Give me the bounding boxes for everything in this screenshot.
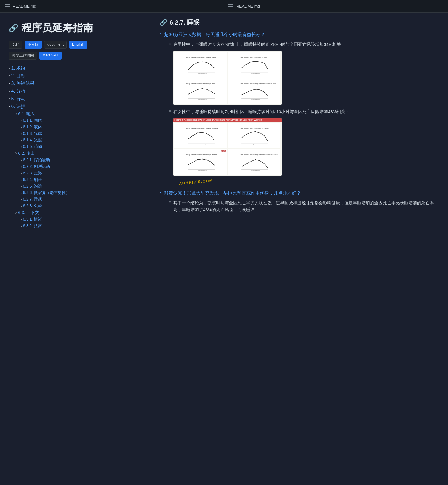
toc-link-6-2[interactable]: 6.2. 输出: [18, 151, 35, 156]
tag-jianshao[interactable]: 减少工作时间: [9, 52, 37, 60]
toc-link-6[interactable]: 6. 证据: [11, 104, 25, 109]
toc-link-6-1-1[interactable]: 6.1.1. 固体: [23, 118, 42, 123]
toc-link-6-2-6[interactable]: 6.2.6. 做家务（老年男性）: [23, 190, 70, 195]
svg-point-21: [188, 93, 189, 94]
toc-item-6-1-3: 6.1.3. 气体: [21, 131, 142, 136]
svg-point-64: [202, 158, 203, 159]
svg-point-4: [202, 61, 203, 62]
svg-point-53: [251, 132, 251, 133]
toc-link-6-1-5[interactable]: 6.1.5. 药物: [23, 144, 42, 149]
right-panel: 🔗 6.2.7. 睡眠 超30万亚洲人数据：每天睡几个小时最有益长寿？ 在男性中…: [151, 13, 448, 485]
svg-point-56: [264, 135, 265, 136]
svg-point-63: [197, 159, 198, 160]
section-heading-text: 6.2.7. 睡眠: [170, 18, 199, 27]
toc-link-6-3-2[interactable]: 6.3.2. 贫富: [23, 223, 42, 228]
svg-text:Sleep duration, h: Sleep duration, h: [251, 143, 260, 144]
tags-row-2: 减少工作时间 MetaGPT: [9, 52, 142, 60]
toc-link-6-2-4[interactable]: 6.2.4. 刷牙: [23, 177, 42, 182]
figure2-header: Figure 2. Association Between Sleep Dura…: [173, 118, 282, 122]
toc-item-6-1-1: 6.1.1. 固体: [21, 118, 142, 123]
svg-point-26: [211, 91, 212, 92]
content-item-canada: 颠覆认知！加拿大研究发现：早睡比熬夜或许更伤身，几点睡才好？ 其中一个结论为，就…: [160, 190, 439, 213]
svg-point-14: [255, 61, 256, 62]
svg-point-62: [193, 161, 194, 162]
menu-icon-right[interactable]: [228, 4, 233, 8]
toc-link-6-1-4[interactable]: 6.1.4. 光照: [23, 138, 42, 142]
toc-link-6-1-3[interactable]: 6.1.3. 气体: [23, 131, 42, 136]
svg-point-3: [197, 62, 198, 63]
content-list: 超30万亚洲人数据：每天睡几个小时最有益长寿？ 在男性中，与睡眠时长为7小时相比…: [160, 31, 439, 213]
content-item-1: 超30万亚洲人数据：每天睡几个小时最有益长寿？ 在男性中，与睡眠时长为7小时相比…: [160, 31, 439, 185]
toc-link-4[interactable]: 4. 分析: [11, 89, 25, 93]
toc-item-3: 3. 关键结果: [9, 81, 142, 87]
chart-cell-4: Sleep duration and mortality from other …: [228, 78, 280, 104]
toc-link-2[interactable]: 2. 目标: [11, 73, 25, 78]
toc-link-3[interactable]: 3. 关键结果: [11, 81, 34, 86]
tag-wendang[interactable]: 文档: [9, 41, 22, 49]
content-link-1[interactable]: 超30万亚洲人数据：每天睡几个小时最有益长寿？: [164, 32, 265, 37]
svg-text:Sleep duration, h: Sleep duration, h: [198, 98, 207, 100]
title-text: 程序员延寿指南: [21, 21, 93, 35]
svg-text:Sleep duration and all-cause m: Sleep duration and all-cause mortality i…: [186, 57, 216, 58]
toc-item-6-2-1: 6.2.1. 挥拍运动: [21, 157, 142, 163]
toc-link-6-2-5[interactable]: 6.2.5. 泡澡: [23, 184, 42, 188]
tag-metagpt[interactable]: MetaGPT: [39, 52, 62, 60]
svg-point-73: [251, 161, 251, 162]
toc-link-6-2-8[interactable]: 6.2.8. 久坐: [23, 203, 42, 208]
tag-document[interactable]: document: [44, 41, 67, 49]
menu-icon-left[interactable]: [5, 4, 10, 8]
svg-point-74: [255, 159, 256, 160]
tag-zhongwen[interactable]: 中文版: [25, 41, 42, 49]
svg-text:Sleep duration and all-cause m: Sleep duration and all-cause mortality i…: [186, 128, 218, 129]
toc-link-6-2-3[interactable]: 6.2.3. 走路: [23, 171, 42, 175]
svg-point-76: [264, 163, 265, 164]
main-content: 🔗 程序员延寿指南 文档 中文版 document English 减少工作时间…: [0, 13, 448, 485]
top-bar-left: README.md: [5, 4, 220, 9]
svg-point-24: [202, 88, 203, 89]
toc-item-6-1-4: 6.1.4. 光照: [21, 137, 142, 143]
toc-link-6-1[interactable]: 6.1. 输入: [18, 111, 35, 116]
svg-point-16: [264, 63, 265, 64]
toc-link-6-2-1[interactable]: 6.2.1. 挥拍运动: [23, 158, 50, 162]
section-heading: 🔗 6.2.7. 睡眠: [160, 18, 439, 27]
toc-item-2: 2. 目标: [9, 73, 142, 79]
svg-point-75: [260, 160, 260, 161]
toc-item-6-2-8: 6.2.8. 久坐: [21, 203, 142, 209]
toc-link-1[interactable]: 1. 术语: [11, 66, 25, 70]
svg-text:Sleep duration, h: Sleep duration, h: [251, 72, 260, 74]
svg-text:Sleep duration and mortality f: Sleep duration and mortality from other …: [240, 154, 278, 156]
svg-text:Sleep duration, h: Sleep duration, h: [198, 143, 207, 144]
svg-point-13: [251, 61, 251, 62]
toc-link-6-2-7[interactable]: 6.2.7. 睡眠: [23, 197, 42, 201]
toc-item-6-3: 6.3. 上下文 6.3.1. 情绪 6.3.2. 贫富: [14, 210, 142, 229]
toc-link-6-1-2[interactable]: 6.1.2. 液体: [23, 125, 42, 129]
svg-point-5: [206, 62, 207, 63]
svg-point-77: [267, 167, 268, 168]
svg-point-7: [214, 67, 215, 68]
svg-point-57: [267, 140, 268, 141]
toc-item-6-2-2: 6.2.2. 剧烈运动: [21, 164, 142, 169]
link-icon-title: 🔗: [9, 23, 19, 33]
toc-link-6-3-1[interactable]: 6.3.1. 情绪: [23, 217, 42, 221]
toc-link-6-3[interactable]: 6.3. 上下文: [18, 210, 39, 215]
sub-list-canada: 其中一个结论为，就寝时间与全因死亡率的关联性强，过早睡觉和过晚睡觉都会影响健康，…: [169, 199, 439, 213]
toc-link-5[interactable]: 5. 行动: [11, 96, 25, 101]
toc-link-6-2-2[interactable]: 6.2.2. 剧烈运动: [23, 164, 50, 169]
svg-point-6: [211, 64, 212, 65]
watermark-text: AHHHHFS.COM: [179, 178, 213, 186]
content-link-canada[interactable]: 颠覆认知！加拿大研究发现：早睡比熬夜或许更伤身，几点睡才好？: [164, 191, 301, 195]
toc-item-6-2: 6.2. 输出 6.2.1. 挥拍运动 6.2.2. 剧烈运动: [14, 151, 142, 209]
toc-item-6-3-1: 6.3.1. 情绪: [21, 217, 142, 222]
svg-point-12: [246, 64, 247, 64]
top-bar-title-left: README.md: [13, 4, 36, 9]
toc-item-6-2-7: 6.2.7. 睡眠: [21, 197, 142, 202]
toc-subsub-6-1: 6.1.1. 固体 6.1.2. 液体 6.1.3. 气体: [21, 118, 142, 149]
chart-women-cell-1: Sleep duration and all-cause mortality i…: [174, 123, 227, 148]
page-title: 🔗 程序员延寿指南: [9, 21, 142, 35]
svg-point-67: [214, 164, 215, 165]
svg-point-47: [214, 139, 215, 140]
toc-item-6: 6. 证据 6.1. 输入 6.1.1. 固体 6.1.2.: [9, 104, 142, 229]
svg-point-25: [206, 89, 207, 89]
tag-english[interactable]: English: [69, 41, 87, 49]
top-bar: README.md README.md: [0, 0, 448, 13]
